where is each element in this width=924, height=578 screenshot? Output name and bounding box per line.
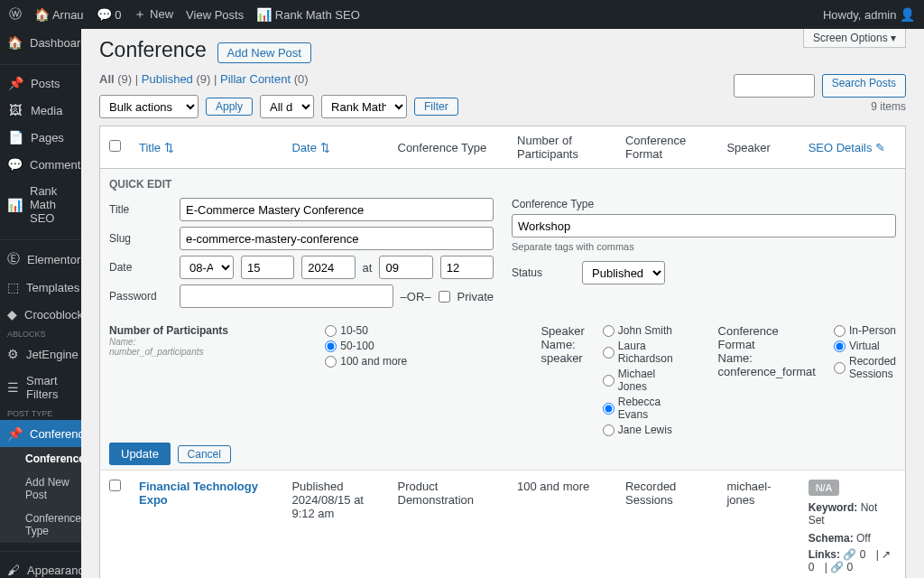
rankmath-link[interactable]: 📊 Rank Math SEO xyxy=(256,7,360,22)
apply-button[interactable]: Apply xyxy=(206,98,253,116)
posts-table: Title ⇅ Date ⇅ Conference Type Number of… xyxy=(99,126,906,578)
select-all-checkbox[interactable] xyxy=(109,140,121,152)
qe-hour[interactable] xyxy=(379,256,432,279)
quick-edit-row: QUICK EDIT Title Slug Date 08-Aug xyxy=(100,169,906,471)
qe-slug-input[interactable] xyxy=(180,227,494,250)
radio-participants-1[interactable] xyxy=(325,340,337,352)
qe-min[interactable] xyxy=(440,256,494,279)
add-new-post-button[interactable]: Add New Post xyxy=(217,42,311,63)
qe-day[interactable] xyxy=(241,256,294,279)
main-content: Screen Options ▾ Conference Add New Post… xyxy=(81,29,924,578)
filter-button[interactable]: Filter xyxy=(414,98,458,116)
qe-ctype-input[interactable] xyxy=(512,214,896,238)
qe-status-label: Status xyxy=(512,266,575,279)
menu-pages[interactable]: 📄Pages xyxy=(0,124,81,151)
menu-jetengine[interactable]: ⚙JetEngine xyxy=(0,340,81,368)
menu-media[interactable]: 🖼Media xyxy=(0,97,81,124)
rankmath-filter[interactable]: Rank Math xyxy=(321,95,407,118)
col-seo[interactable]: SEO Details ✎ xyxy=(799,126,906,169)
col-participants: Number of Participants xyxy=(508,126,616,169)
radio-speaker-2[interactable] xyxy=(603,375,614,387)
qe-password-label: Password xyxy=(109,290,172,303)
radio-participants-0[interactable] xyxy=(325,325,337,337)
admin-sidebar: 🏠Dashboard 📌Posts 🖼Media 📄Pages 💬Comment… xyxy=(0,29,81,578)
menu-rankmath[interactable]: 📊Rank Math SEO xyxy=(0,178,81,231)
submenu-conference[interactable]: Conference xyxy=(0,447,81,471)
avatar-icon: 👤 xyxy=(900,7,915,22)
filter-all[interactable]: All xyxy=(99,72,115,86)
menu-dashboard[interactable]: 🏠Dashboard xyxy=(0,29,81,56)
menu-crocoblock[interactable]: ◆Crocoblock xyxy=(0,301,81,328)
radio-participants-2[interactable] xyxy=(325,356,337,368)
post-title-link[interactable]: Financial Technology Expo xyxy=(139,480,258,507)
howdy-link[interactable]: Howdy, admin 👤 xyxy=(823,7,915,22)
view-posts-link[interactable]: View Posts xyxy=(186,8,244,22)
cell-speaker: michael-jones xyxy=(717,471,799,579)
cell-format: Recorded Sessions xyxy=(616,471,717,579)
wp-logo-icon[interactable]: ⓦ xyxy=(9,6,22,23)
qe-title-label: Title xyxy=(109,203,172,216)
col-cformat: Conference Format xyxy=(616,126,717,169)
menu-comments[interactable]: 💬Comments xyxy=(0,151,81,178)
col-speaker: Speaker xyxy=(717,126,799,169)
radio-format-0[interactable] xyxy=(834,325,845,337)
new-link[interactable]: ＋ New xyxy=(134,6,173,23)
menu-posts[interactable]: 📌Posts xyxy=(0,70,81,97)
site-name-link[interactable]: 🏠 Arnau xyxy=(34,7,84,22)
cell-ctype: Product Demonstration xyxy=(389,471,509,579)
radio-format-2[interactable] xyxy=(834,362,845,374)
row-checkbox[interactable] xyxy=(109,480,121,491)
submenu-conftype[interactable]: Conference Type xyxy=(0,507,81,543)
radio-speaker-3[interactable] xyxy=(603,403,614,415)
quick-edit-header: QUICK EDIT xyxy=(109,178,896,191)
filter-published[interactable]: Published xyxy=(142,72,193,86)
cell-participants: 100 and more xyxy=(508,471,616,579)
qe-title-input[interactable] xyxy=(180,198,494,221)
qe-private-checkbox[interactable] xyxy=(439,291,450,303)
radio-speaker-0[interactable] xyxy=(603,325,614,337)
radio-speaker-1[interactable] xyxy=(603,347,614,359)
radio-speaker-4[interactable] xyxy=(603,424,614,436)
radio-format-1[interactable] xyxy=(834,340,845,352)
admin-toolbar: ⓦ 🏠 Arnau 💬 0 ＋ New View Posts 📊 Rank Ma… xyxy=(0,0,924,29)
col-date[interactable]: Date ⇅ xyxy=(282,126,388,169)
comments-link[interactable]: 💬 0 xyxy=(97,7,122,22)
search-posts-button[interactable]: Search Posts xyxy=(822,74,906,98)
qe-ctype-label: Conference Type xyxy=(512,198,896,210)
seo-score-badge: N/A xyxy=(808,480,839,496)
filter-pillar[interactable]: Pillar Content xyxy=(220,72,291,86)
menu-smartfilters[interactable]: ☰Smart Filters xyxy=(0,368,81,407)
col-ctype: Conference Type xyxy=(389,126,509,169)
qe-year[interactable] xyxy=(301,256,355,279)
cancel-button[interactable]: Cancel xyxy=(178,445,231,463)
menu-appearance[interactable]: 🖌Appearance xyxy=(0,556,81,578)
posttype-label: POST TYPE xyxy=(0,407,81,420)
bulk-actions-select[interactable]: Bulk actions xyxy=(99,95,199,118)
menu-conference[interactable]: 📌Conference xyxy=(0,420,81,447)
update-button[interactable]: Update xyxy=(109,443,171,465)
table-row: Financial Technology Expo Published2024/… xyxy=(100,471,906,579)
menu-templates[interactable]: ⬚Templates xyxy=(0,274,81,301)
qe-participants-radios: 10-50 50-100 100 and more xyxy=(325,324,531,436)
qe-slug-label: Slug xyxy=(109,232,172,245)
submenu-addnew[interactable]: Add New Post xyxy=(0,471,81,507)
menu-elementor[interactable]: ⒺElementor xyxy=(0,245,81,274)
ablocks-label: ABLOCKS xyxy=(0,328,81,340)
dates-filter[interactable]: All dates xyxy=(260,95,314,118)
col-title[interactable]: Title ⇅ xyxy=(130,126,282,169)
cell-date: Published2024/08/15 at 9:12 am xyxy=(282,471,388,579)
cell-seo: N/A Keyword: Not Set Schema: Off Links: … xyxy=(799,471,906,579)
qe-date-label: Date xyxy=(109,261,172,274)
screen-options-toggle[interactable]: Screen Options ▾ xyxy=(803,29,906,48)
qe-month[interactable]: 08-Aug xyxy=(180,256,234,279)
qe-status-select[interactable]: Published xyxy=(582,261,665,284)
items-count: 9 items xyxy=(871,100,906,113)
search-input[interactable] xyxy=(734,74,815,98)
page-title: Conference xyxy=(99,38,207,62)
qe-password-input[interactable] xyxy=(180,284,393,308)
